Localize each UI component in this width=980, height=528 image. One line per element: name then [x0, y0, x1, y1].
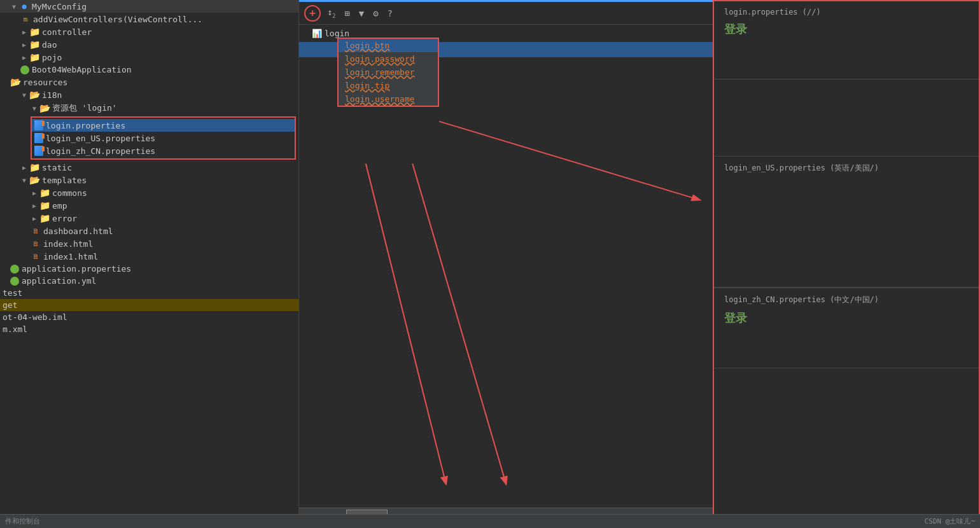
autocomplete-item-logintip[interactable]: login.tip: [339, 79, 438, 92]
svg-line-3: [439, 122, 699, 200]
folder-icon: 📁: [29, 39, 39, 50]
tree-item-test[interactable]: test: [0, 287, 298, 299]
tree-label: resources: [23, 78, 67, 87]
folder-open-icon: 📂: [39, 103, 50, 113]
tree-item-resources[interactable]: 📂 resources: [0, 76, 298, 88]
right-section-title-3: login_zh_CN.properties (中文/中国/): [724, 295, 969, 305]
autocomplete-item-loginpassword[interactable]: login.password: [339, 52, 438, 66]
right-section-content-3: 登录: [724, 310, 969, 361]
tree-label: MyMvcConfig: [32, 2, 87, 11]
folder-icon: 📁: [29, 162, 39, 172]
autocomplete-item-loginusername[interactable]: login.username: [339, 92, 438, 106]
sort-icon[interactable]: ↕2: [325, 6, 338, 20]
tree-label: login.properties: [46, 121, 125, 130]
watermark: CSDN @土味儿~: [925, 517, 975, 526]
tree-item-index1[interactable]: 🗎 index1.html: [0, 250, 298, 263]
right-section-title-2: login_en_US.properties (英语/美国/): [724, 163, 969, 174]
tree-item-get[interactable]: get: [0, 299, 298, 311]
spring-file-icon: [10, 265, 19, 274]
html-file-icon: 🗎: [31, 226, 41, 236]
svg-line-1: [366, 163, 446, 483]
tree-item-pomxml[interactable]: m.xml: [0, 323, 298, 335]
tree-label: i18n: [42, 90, 62, 100]
right-section-login-enus: login_en_US.properties (英语/美国/): [714, 156, 979, 288]
login-label: login: [325, 29, 349, 38]
right-section-login-zhcn: login_zh_CN.properties (中文/中国/) 登录: [714, 288, 979, 368]
chevron-icon: ▼: [10, 3, 18, 10]
right-section-loginprops: login.properties (//) 登录: [714, 1, 979, 80]
chevron-icon: ▶: [20, 28, 28, 36]
right-panel: login.properties (//) 登录 login_en_US.pro…: [713, 0, 980, 528]
tree-label: controller: [42, 27, 92, 37]
tree-label: m.xml: [3, 324, 27, 334]
tree-item-error[interactable]: ▶ 📁 error: [0, 212, 298, 225]
tree-label: Boot04WebApplication: [32, 65, 132, 74]
tree-label: index.html: [43, 239, 93, 249]
right-section-title-1: login.properties (//): [724, 8, 969, 17]
method-icon: m: [20, 14, 31, 24]
middle-panel: + ↕2 ⊞ ▼ ⚙ ? 📊 login login.btn login.pas…: [299, 0, 713, 528]
help-icon[interactable]: ?: [385, 7, 395, 20]
settings-icon[interactable]: ⚙: [370, 7, 381, 20]
tree-item-addviewcontrollers[interactable]: m addViewControllers(ViewControll...: [0, 13, 298, 25]
tree-label: 资源包 'login': [52, 102, 117, 114]
chevron-icon: ▶: [20, 53, 28, 61]
right-section-content-1: 登录: [724, 22, 969, 73]
tree-item-templates[interactable]: ▼ 📂 templates: [0, 174, 298, 186]
tree-item-login-enus[interactable]: login_en_US.properties: [32, 132, 295, 144]
tree-item-appyml[interactable]: application.yml: [0, 275, 298, 287]
html-file-icon: 🗎: [31, 239, 41, 249]
folder-icon: 📊: [312, 29, 322, 38]
autocomplete-item-loginremember[interactable]: login.remember: [339, 66, 438, 79]
class-icon: ●: [19, 1, 29, 11]
tree-item-dao[interactable]: ▶ 📁 dao: [0, 38, 298, 51]
grid-icon[interactable]: ⊞: [342, 7, 352, 20]
file-tree-panel[interactable]: ▼ ● MyMvcConfig m addViewControllers(Vie…: [0, 0, 299, 528]
autocomplete-item-loginbtn[interactable]: login.btn: [339, 39, 438, 52]
props-file-icon: [34, 146, 43, 156]
tree-item-emp[interactable]: ▶ 📁 emp: [0, 199, 298, 212]
right-empty-2: [714, 368, 979, 432]
tree-item-appprops[interactable]: application.properties: [0, 263, 298, 275]
folder-icon: 📁: [29, 52, 39, 62]
tree-label: login_en_US.properties: [46, 134, 155, 143]
tree-item-loginprops[interactable]: login.properties: [32, 119, 295, 132]
autocomplete-popup[interactable]: login.btn login.password login.remember …: [337, 38, 439, 107]
chevron-icon: ▼: [20, 91, 28, 99]
tree-label: pojo: [42, 53, 62, 62]
blue-accent-bar: [299, 0, 713, 2]
spring-file-icon: [10, 277, 19, 286]
chevron-icon: ▶: [31, 189, 38, 197]
tree-label: commons: [52, 188, 87, 198]
chevron-icon: ▼: [31, 104, 38, 112]
middle-content: 📊 login login.btn login.password login.r…: [299, 25, 713, 508]
tree-item-index[interactable]: 🗎 index.html: [0, 237, 298, 250]
tree-label: ot-04-web.iml: [3, 312, 67, 322]
chevron-icon: ▶: [20, 163, 28, 171]
tree-item-dashboard[interactable]: 🗎 dashboard.html: [0, 225, 298, 237]
toolbar: + ↕2 ⊞ ▼ ⚙ ?: [299, 2, 713, 25]
tree-label: application.yml: [22, 276, 96, 286]
tree-item-boot04webapp[interactable]: Boot04WebApplication: [0, 64, 298, 76]
status-bar: 件和控制台 CSDN @土味儿~: [0, 514, 980, 528]
tree-label: static: [42, 163, 72, 172]
tree-label: get: [3, 300, 17, 310]
add-button[interactable]: +: [304, 5, 321, 22]
dropdown-icon[interactable]: ▼: [356, 7, 367, 20]
tree-item-i18n[interactable]: ▼ 📂 i18n: [0, 88, 298, 101]
tree-item-mymvcconfig[interactable]: ▼ ● MyMvcConfig: [0, 0, 298, 13]
tree-item-loginpkg[interactable]: ▼ 📂 资源包 'login': [0, 101, 298, 115]
svg-line-2: [412, 163, 506, 483]
tree-label: emp: [52, 201, 67, 211]
tree-label: dashboard.html: [43, 226, 113, 236]
tree-label: application.properties: [22, 264, 131, 274]
tree-label: test: [3, 288, 22, 298]
tree-item-controller[interactable]: ▶ 📁 controller: [0, 25, 298, 38]
tree-item-pojo[interactable]: ▶ 📁 pojo: [0, 51, 298, 64]
tree-item-boot04iml[interactable]: ot-04-web.iml: [0, 311, 298, 323]
tree-item-static[interactable]: ▶ 📁 static: [0, 161, 298, 174]
chevron-icon: ▼: [20, 176, 28, 184]
tree-item-commons[interactable]: ▶ 📁 commons: [0, 186, 298, 199]
tree-item-login-zhcn[interactable]: login_zh_CN.properties: [32, 144, 295, 157]
props-file-icon: [34, 133, 43, 143]
